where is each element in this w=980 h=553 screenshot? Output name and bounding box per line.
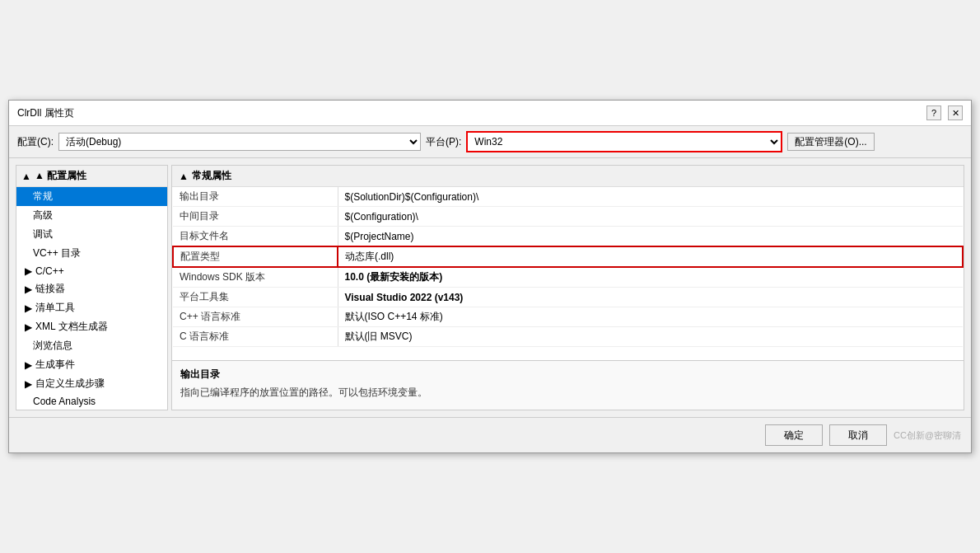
tree-item-label: 浏览信息 [33,339,72,353]
tree-expand-arrow: ▶ [25,321,32,333]
cancel-button[interactable]: 取消 [829,424,887,446]
tree-item-label: 生成事件 [35,358,75,372]
ok-button[interactable]: 确定 [765,424,823,446]
config-manager-button[interactable]: 配置管理器(O)... [787,133,874,151]
tree-item-vcpp-dirs[interactable]: VC++ 目录 [16,244,167,263]
prop-row-intermediate-dir: 中间目录 $(Configuration)\ [173,207,963,227]
tree-item-code-analysis[interactable]: Code Analysis [16,393,167,410]
tree-expand-arrow: ▶ [25,265,32,277]
tree-item-label: VC++ 目录 [33,246,81,260]
tree-item-label: 清单工具 [35,301,75,315]
tree-item-label: 高级 [33,209,53,223]
tree-section-header[interactable]: ▲ ▲ 配置属性 [16,166,167,187]
platform-select-wrapper: Win32 [466,131,782,152]
help-button[interactable]: ? [926,105,941,120]
prop-row-config-type: 配置类型 动态库(.dll) [173,246,963,267]
prop-value: 10.0 (最新安装的版本) [338,267,963,288]
tree-item-build-events[interactable]: ▶ 生成事件 [16,355,167,374]
prop-row-target-name: 目标文件名 $(ProjectName) [173,227,963,247]
tree-item-xml-docs[interactable]: ▶ XML 文档生成器 [16,317,167,336]
prop-row-platform-toolset: 平台工具集 Visual Studio 2022 (v143) [173,288,963,307]
dialog-title: ClrDll 属性页 [17,106,74,120]
tree-item-label: 常规 [33,190,53,204]
tree-item-label: 自定义生成步骤 [35,377,105,391]
prop-key: 输出目录 [173,187,338,207]
prop-key: Windows SDK 版本 [173,267,338,288]
prop-value: 默认(旧 MSVC) [338,327,963,347]
platform-select[interactable]: Win32 [468,133,781,151]
tree-item-label: XML 文档生成器 [35,320,108,334]
prop-key: 平台工具集 [173,288,338,307]
tree-item-advanced[interactable]: 高级 [16,206,167,225]
tree-item-cpp[interactable]: ▶ C/C++ [16,263,167,279]
property-pages-dialog: ClrDll 属性页 ? ✕ 配置(C): 活动(Debug) 平台(P): W… [8,100,972,453]
title-bar: ClrDll 属性页 ? ✕ [9,101,971,126]
tree-item-label: C/C++ [35,265,64,277]
prop-value: $(Configuration)\ [338,207,963,227]
prop-section-label: 常规属性 [192,169,231,183]
tree-section-arrow: ▲ [21,171,31,182]
tree-expand-arrow: ▶ [25,302,32,314]
prop-key: C 语言标准 [173,327,338,347]
tree-expand-arrow: ▶ [25,284,32,295]
prop-section-arrow: ▲ [179,171,189,182]
config-label: 配置(C): [17,135,54,149]
prop-value: 动态库(.dll) [338,246,963,267]
description-panel: 输出目录 指向已编译程序的放置位置的路径。可以包括环境变量。 [172,360,964,410]
prop-value: Visual Studio 2022 (v143) [338,288,963,307]
title-controls: ? ✕ [926,105,963,120]
desc-text: 指向已编译程序的放置位置的路径。可以包括环境变量。 [180,385,955,400]
prop-value: $(ProjectName) [338,227,963,247]
tree-item-custom-build[interactable]: ▶ 自定义生成步骤 [16,374,167,393]
prop-row-cpp-standard: C++ 语言标准 默认(ISO C++14 标准) [173,307,963,327]
prop-row-c-standard: C 语言标准 默认(旧 MSVC) [173,327,963,347]
tree-item-linker[interactable]: ▶ 链接器 [16,279,167,298]
prop-key: 配置类型 [173,246,338,267]
properties-table: 输出目录 $(SolutionDir)$(Configuration)\ 中间目… [172,187,964,347]
config-select[interactable]: 活动(Debug) [58,133,421,151]
tree-section-label: ▲ 配置属性 [35,169,86,183]
tree-item-debug[interactable]: 调试 [16,225,167,244]
prop-key: 目标文件名 [173,227,338,247]
footer: 确定 取消 CC创新@密聊清 [9,417,971,452]
watermark: CC创新@密聊清 [894,429,961,442]
tree-expand-arrow: ▶ [25,359,32,371]
desc-title: 输出目录 [180,368,955,382]
prop-row-output-dir: 输出目录 $(SolutionDir)$(Configuration)\ [173,187,963,207]
toolbar: 配置(C): 活动(Debug) 平台(P): Win32 配置管理器(O)..… [9,126,971,158]
tree-item-label: 调试 [33,227,53,241]
right-properties-panel: ▲ 常规属性 输出目录 $(SolutionDir)$(Configuratio… [171,165,964,410]
prop-section-header: ▲ 常规属性 [172,166,964,187]
platform-label: 平台(P): [426,135,461,149]
prop-key: C++ 语言标准 [173,307,338,327]
prop-key: 中间目录 [173,207,338,227]
close-button[interactable]: ✕ [948,105,963,120]
prop-empty-area [172,347,964,360]
tree-item-label: 链接器 [35,282,65,296]
prop-value: 默认(ISO C++14 标准) [338,307,963,327]
prop-value: $(SolutionDir)$(Configuration)\ [338,187,963,207]
left-tree-panel: ▲ ▲ 配置属性 常规 高级 调试 VC++ 目录 ▶ C/C++ ▶ 链接器 [16,165,168,410]
tree-expand-arrow: ▶ [25,378,32,390]
tree-item-general[interactable]: 常规 [16,187,167,206]
tree-item-manifest[interactable]: ▶ 清单工具 [16,298,167,317]
prop-row-sdk-version: Windows SDK 版本 10.0 (最新安装的版本) [173,267,963,288]
tree-item-label: Code Analysis [33,396,96,407]
tree-item-browse-info[interactable]: 浏览信息 [16,336,167,355]
main-content: ▲ ▲ 配置属性 常规 高级 调试 VC++ 目录 ▶ C/C++ ▶ 链接器 [9,158,971,417]
